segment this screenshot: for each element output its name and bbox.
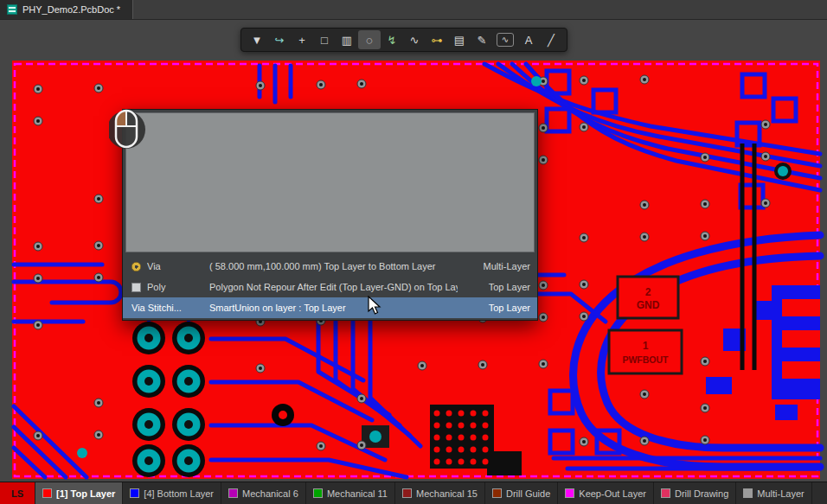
clear-filter-icon[interactable]: ↪	[268, 30, 291, 49]
popup-row-layer: Top Layer	[458, 282, 530, 292]
popup-preview-area	[125, 112, 535, 252]
board-insight-icon[interactable]: ▥	[336, 30, 358, 49]
layer-swatch-mechanical-11	[313, 488, 323, 498]
heads-up-toolbar: ▼↪+□▥◌↯∿⊶▤✎∿A╱	[240, 28, 567, 52]
layer-tab-mechanical-6[interactable]: Mechanical 6	[221, 482, 306, 504]
via-stitching-icon[interactable]: ◌	[358, 30, 381, 49]
pad-label-pin2: 2	[645, 286, 651, 298]
line-tool-icon[interactable]: ╱	[540, 30, 562, 49]
pcbdoc-icon	[7, 4, 17, 15]
layer-tab-4-bottom-layer[interactable]: [4] Bottom Layer	[123, 482, 221, 504]
differential-pair-icon[interactable]: ∿	[403, 30, 426, 49]
layer-tabs-bar: LS[1] Top Layer[4] Bottom LayerMechanica…	[0, 482, 827, 504]
signal-waveform-icon[interactable]: ∿	[497, 33, 514, 47]
via-icon	[131, 262, 147, 271]
layer-tab-drill-drawing[interactable]: Drill Drawing	[654, 482, 736, 504]
document-tab[interactable]: PHY_Demo2.PcbDoc *	[0, 0, 133, 19]
pad-label-gnd: GND	[637, 299, 660, 311]
text-tool-icon[interactable]: A	[517, 30, 540, 49]
layer-tab-keep-out-layer[interactable]: Keep-Out Layer	[558, 482, 654, 504]
layer-tab-label: Mechanical 11	[327, 488, 388, 499]
layer-tab-label: [1] Top Layer	[56, 488, 115, 499]
document-title: PHY_Demo2.PcbDoc *	[22, 4, 120, 15]
layer-tab-ls[interactable]: LS	[0, 482, 35, 504]
layer-tab-label: Drill Drawing	[675, 488, 728, 499]
popup-row-layer: Top Layer	[458, 303, 530, 313]
layer-tab-label: Mechanical 6	[242, 488, 298, 499]
edit-polygon-icon[interactable]: ✎	[471, 30, 493, 49]
interactive-routing-icon[interactable]: ↯	[381, 30, 403, 49]
popup-row-description: Polygon Not Repour After Edit (Top Layer…	[209, 282, 458, 292]
layer-tab-label: Keep-Out Layer	[579, 488, 646, 499]
pad-label-pin1: 1	[643, 340, 649, 352]
mouse-cursor	[367, 296, 384, 316]
layer-tab-multi-layer[interactable]: Multi-Layer	[736, 482, 811, 504]
titlebar: PHY_Demo2.PcbDoc *	[0, 0, 827, 20]
mouse-button-hint-icon	[109, 105, 147, 157]
popup-row-type: Via	[147, 261, 209, 271]
pcb-editor-window: PHY_Demo2.PcbDoc *	[0, 0, 827, 504]
popup-row-list: Via( 58.000 mm,100.000 mm) Top Layer to …	[123, 255, 537, 320]
layer-swatch-drill-drawing	[661, 488, 670, 498]
layer-swatch-multi-layer	[743, 488, 753, 498]
layer-tab-label: Mechanical 15	[416, 488, 478, 499]
select-area-icon[interactable]: □	[313, 30, 336, 49]
layer-tab-label: [4] Bottom Layer	[144, 488, 214, 499]
filter-icon[interactable]: ▼	[246, 30, 268, 49]
layer-tab-1-top-layer[interactable]: [1] Top Layer	[35, 482, 123, 504]
crosshair-icon[interactable]: +	[291, 30, 313, 49]
popup-row-type: Poly	[147, 282, 209, 292]
layer-tab-mechanical-11[interactable]: Mechanical 11	[306, 482, 395, 504]
key-icon[interactable]: ⊶	[426, 30, 448, 49]
object-selection-popup: Via( 58.000 mm,100.000 mm) Top Layer to …	[122, 109, 538, 321]
layer-swatch-mechanical-6	[228, 488, 238, 498]
layer-tab-drill-guide[interactable]: Drill Guide	[485, 482, 558, 504]
layer-tab-label: Multi-Layer	[757, 488, 804, 499]
layer-swatch-keep-out-layer	[565, 488, 574, 498]
layer-tab-label: LS	[11, 488, 23, 499]
layer-swatch-drill-guide	[492, 488, 502, 498]
popup-row-layer: Multi-Layer	[458, 261, 530, 271]
layer-swatch-4-bottom-layer	[130, 488, 139, 498]
layer-swatch-1-top-layer	[42, 488, 52, 498]
popup-row-type: Via Stitchi...	[131, 303, 209, 313]
popup-row-description: SmartUnion on layer : Top Layer	[209, 303, 458, 313]
popup-row-2[interactable]: PolyPolygon Not Repour After Edit (Top L…	[123, 277, 537, 297]
layer-swatch-mechanical-15	[402, 488, 412, 498]
layer-tab-mechanical-15[interactable]: Mechanical 15	[395, 482, 485, 504]
popup-row-description: ( 58.000 mm,100.000 mm) Top Layer to Bot…	[209, 261, 458, 271]
layer-stack-icon[interactable]: ▤	[448, 30, 471, 49]
popup-row-1[interactable]: Via( 58.000 mm,100.000 mm) Top Layer to …	[123, 256, 537, 277]
layer-tab-label: Drill Guide	[506, 488, 550, 499]
pad-label-pwfbout: PWFBOUT	[622, 354, 669, 365]
poly-icon	[131, 283, 147, 292]
popup-row-3[interactable]: Via Stitchi...SmartUnion on layer : Top …	[123, 297, 537, 318]
